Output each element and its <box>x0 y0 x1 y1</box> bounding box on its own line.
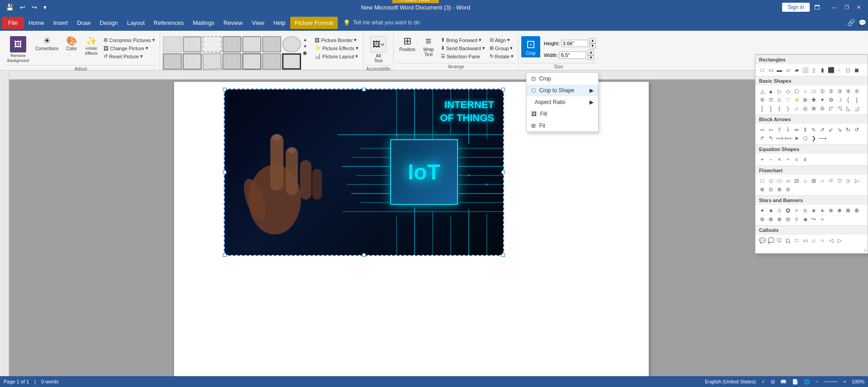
menu-picture-format[interactable]: Picture Format <box>290 17 338 29</box>
width-up[interactable]: ▲ <box>588 50 594 55</box>
shape-rectangle-8[interactable]: ▮ <box>818 66 826 74</box>
handle-top-left[interactable] <box>223 88 226 91</box>
picture-style-5[interactable] <box>242 36 261 52</box>
picture-style-1[interactable] <box>163 36 182 52</box>
shape-para-r[interactable]: ) <box>784 104 792 113</box>
shape-donut[interactable]: ◎ <box>801 104 809 113</box>
fc-predefined[interactable]: ⊟ <box>793 177 801 185</box>
shape-brace-r[interactable]: } <box>853 96 861 104</box>
banner-2[interactable]: ⊕ <box>767 215 775 223</box>
crop-dropdown-crop-to-shape[interactable]: ⬡ Crop to Shape ▶ <box>527 85 598 96</box>
shape-rectangle-9[interactable]: ⬛ <box>827 66 835 74</box>
callout-box-2[interactable]: ▭ <box>801 236 809 245</box>
callout-accent-2[interactable]: ▷ <box>835 236 844 245</box>
shape-gear[interactable]: ⚙ <box>827 96 835 104</box>
fc-manual-input[interactable]: ⌑ <box>827 177 835 185</box>
shape-triangle[interactable]: △ <box>758 87 766 95</box>
fc-multidoc[interactable]: ⊞ <box>810 177 818 185</box>
shape-heart[interactable]: ♡ <box>784 96 792 104</box>
shape-chord[interactable]: ⊗ <box>810 104 818 113</box>
fc-document[interactable]: ⌂ <box>801 177 809 185</box>
picture-style-6[interactable] <box>262 36 281 52</box>
menu-design[interactable]: Design <box>95 17 123 29</box>
menu-view[interactable]: View <box>247 17 269 29</box>
menu-mailings[interactable]: Mailings <box>189 17 219 29</box>
shape-arrow-ul[interactable]: ⇖ <box>810 126 818 134</box>
callout-box-1[interactable]: □ <box>793 236 801 245</box>
shape-arrow-lr[interactable]: ⇔ <box>793 126 801 134</box>
handle-bottom-right[interactable] <box>501 253 505 257</box>
alt-text-button[interactable]: 🖼Alt AltText <box>368 34 389 65</box>
shape-arrow-chevron[interactable]: ❯ <box>810 134 818 142</box>
gallery-scroll-up[interactable]: ▲ <box>302 36 308 43</box>
shape-arrow-curve-l[interactable]: ↰ <box>767 134 775 142</box>
shape-arrow-strip-r[interactable]: ⟹ <box>775 134 783 142</box>
shape-circle-6[interactable]: ⑥ <box>758 96 766 104</box>
window-controls[interactable]: — ❐ ✕ <box>828 4 864 11</box>
compress-pictures-button[interactable]: ⊞ Compress Pictures ▾ <box>102 36 157 44</box>
remove-background-button[interactable]: 🖼 RemoveBackground <box>5 34 32 65</box>
fc-magnetic-disk[interactable]: ⊙ <box>767 185 775 194</box>
shape-rectangle-7[interactable]: ▯ <box>810 66 818 74</box>
fc-direct-access[interactable]: ⊗ <box>775 185 783 194</box>
shape-lightning[interactable]: ⚡ <box>793 96 801 104</box>
picture-style-14-selected[interactable] <box>282 53 301 70</box>
customize-qat-icon[interactable]: ▾ <box>41 3 49 12</box>
picture-style-13[interactable] <box>262 53 281 70</box>
height-input[interactable] <box>561 40 588 47</box>
handle-bottom-left[interactable] <box>223 253 226 257</box>
shape-arrow-dr[interactable]: ⇘ <box>835 126 844 134</box>
fc-decision[interactable]: ◇ <box>767 177 775 185</box>
fc-terminator[interactable]: ⬭ <box>775 177 783 185</box>
zoom-out-btn[interactable]: − <box>816 379 818 384</box>
callout-cloud[interactable]: 🗯 <box>784 236 792 245</box>
star-8pt[interactable]: ✧ <box>793 207 801 215</box>
menu-review[interactable]: Review <box>219 17 247 29</box>
crop-dropdown-crop[interactable]: ⊡ Crop <box>527 73 598 85</box>
shape-moon[interactable]: ☽ <box>835 96 844 104</box>
callout-oval[interactable]: 🗨 <box>775 236 783 245</box>
width-down[interactable]: ▼ <box>588 55 594 61</box>
shape-snip3[interactable]: ◺ <box>844 104 852 113</box>
picture-style-4[interactable] <box>222 36 241 52</box>
shape-circle[interactable]: ○ <box>801 87 809 95</box>
shape-arrow-u[interactable]: ⇧ <box>775 126 783 134</box>
change-picture-button[interactable]: 🖼 Change Picture ▾ <box>102 44 157 52</box>
undo-icon[interactable]: ↩ <box>18 3 28 12</box>
shape-arrow-notch[interactable]: ➤ <box>793 134 801 142</box>
corrections-button[interactable]: ☀ Corrections <box>33 34 61 53</box>
zoom-slider[interactable]: ──── <box>824 379 838 384</box>
zoom-in-btn[interactable]: + <box>843 379 846 384</box>
shape-circle-7[interactable]: ⑦ <box>767 96 775 104</box>
wave[interactable]: 〜 <box>810 215 818 223</box>
shape-cross[interactable]: ✚ <box>810 96 818 104</box>
banner-4[interactable]: ⊘ <box>784 215 792 223</box>
shape-rectangle-12[interactable]: ◼ <box>853 66 861 74</box>
search-input[interactable] <box>353 19 434 26</box>
shape-bracket-r[interactable]: ] <box>767 104 775 113</box>
banner-1[interactable]: ⊛ <box>758 215 766 223</box>
shape-arrow-callout[interactable]: ⟶ <box>818 134 826 142</box>
shape-rectangle-2[interactable]: ▭ <box>767 66 775 74</box>
shape-smiley[interactable]: ☺ <box>775 96 783 104</box>
star-32pt[interactable]: ❅ <box>835 207 844 215</box>
view-print-btn[interactable]: 📄 <box>792 379 798 385</box>
menu-file[interactable]: File <box>2 17 24 29</box>
shape-eq-eq[interactable]: = <box>793 156 801 164</box>
shape-circle-1[interactable]: ① <box>818 87 826 95</box>
shape-rectangle-5[interactable]: ▰ <box>793 66 801 74</box>
menu-home[interactable]: Home <box>24 17 49 29</box>
fc-display[interactable]: ⊘ <box>784 185 792 194</box>
width-input[interactable] <box>559 52 586 59</box>
shape-frame[interactable]: ⌂ <box>793 104 801 113</box>
explosion-1[interactable]: ❆ <box>844 207 852 215</box>
shape-arrow-curve-r[interactable]: ↱ <box>758 134 766 142</box>
shape-circle-3[interactable]: ③ <box>835 87 844 95</box>
save-icon[interactable]: 💾 <box>4 3 16 12</box>
panel-resize-handle[interactable]: ⊿ <box>755 246 868 253</box>
shape-arrow-dl[interactable]: ⇙ <box>827 126 835 134</box>
star-16pt[interactable]: ✭ <box>818 207 826 215</box>
spelling-icon[interactable]: ✓ <box>761 379 765 385</box>
bring-forward-button[interactable]: ⬆ Bring Forward ▾ <box>439 36 487 44</box>
explosion-2[interactable]: ❇ <box>853 207 861 215</box>
